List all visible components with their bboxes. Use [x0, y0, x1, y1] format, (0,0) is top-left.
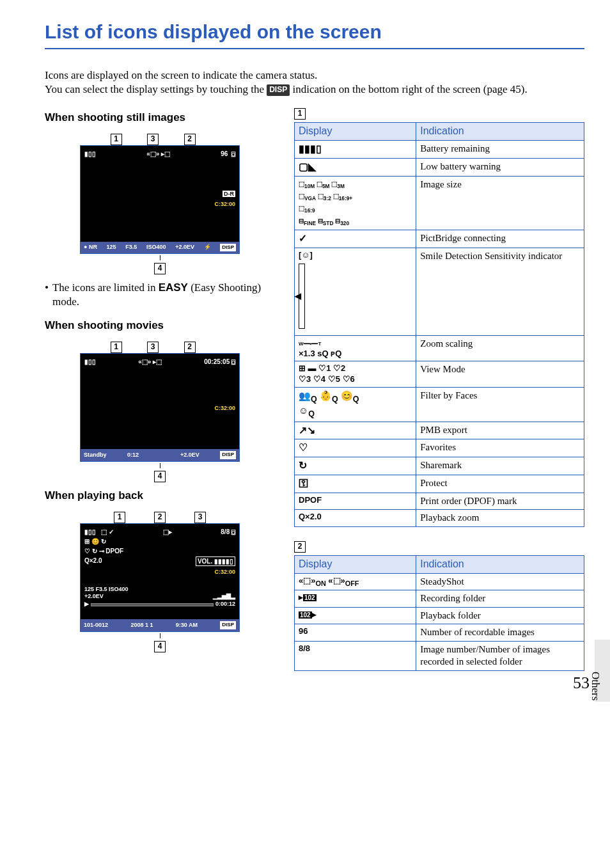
indication: Zoom scaling [416, 335, 584, 361]
bullet: • [45, 281, 49, 295]
view-mode-icons: ⊞ ▬ ♡1 ♡2♡3 ♡4 ♡5 ♡6 [299, 363, 355, 384]
callout-3: 3 [147, 134, 159, 145]
smile-gauge-icon: [☺]◀ [299, 250, 313, 332]
rec-folder-icon: ▸102 [299, 592, 317, 602]
icon-table-2: Display Indication «⬚»ON «⬚»OFFSteadySho… [294, 555, 584, 671]
movie-time: 00:25:05 [204, 358, 230, 365]
battery-icon: ▮▯▯ ⬚ ✓ [84, 528, 114, 536]
indication: Sharemark [416, 457, 584, 475]
standby-label: Standby [84, 452, 107, 459]
indication: Playback zoom [416, 510, 584, 527]
battery-low-icon: ▢◣ [299, 161, 316, 174]
histogram-icon: ▁▂▅▇▂ [213, 593, 235, 601]
volume-label: VOL. ▮▮▮▮▯ [196, 556, 235, 566]
indication: Battery remaining [416, 140, 584, 158]
table-row: ⬚10M ⬚5M ⬚3M⬚VGA ⬚3:2 ⬚16:9+⬚16:9⊟FINE ⊟… [295, 176, 584, 230]
note-a: The icons are limited in [52, 281, 159, 294]
battery-icon: ▮▯▯ [84, 358, 96, 366]
subhead-still: When shooting still images [45, 111, 275, 125]
table-row: ♡Favorites [295, 439, 584, 457]
indication: PMB export [416, 422, 584, 439]
pmb-export-icon: ↗↘ [299, 424, 315, 438]
zoom-scaling-icon: W━━▪━━T×1.3 sQ ᴘQ [299, 338, 341, 358]
table-row: ▸102Recording folder [295, 590, 584, 608]
ev-value: +2.0EV [175, 244, 194, 251]
folder-icon: ▸⬚ [161, 150, 170, 157]
table-row: ⊞ ▬ ♡1 ♡2♡3 ♡4 ♡5 ♡6View Mode [295, 361, 584, 388]
disp-button[interactable]: DISP [220, 244, 236, 251]
dpof-label: DPOF [106, 548, 123, 555]
indication: Filter by Faces [416, 388, 584, 422]
indication: Image number/Number of images recorded i… [416, 641, 584, 670]
callout-2: 2 [154, 512, 166, 523]
aperture: F3.5 [125, 244, 137, 251]
error-code: C:32:00 [84, 569, 235, 576]
th-indication: Indication [416, 123, 584, 141]
intro-line-2: You can select the display settings by t… [45, 83, 584, 97]
steadyshot-icon: «⬚» [146, 150, 159, 157]
time: 9:30 AM [176, 622, 198, 629]
callout-1: 1 [111, 134, 122, 145]
disp-button[interactable]: DISP [220, 451, 236, 459]
sidebar-section-label: Others [588, 672, 602, 700]
page-number: 53 [573, 672, 590, 694]
ev-value: +2.0EV [180, 452, 199, 459]
play-folder-icon: 102▸ [299, 610, 317, 619]
callout-3: 3 [147, 342, 159, 353]
callout-2: 2 [184, 342, 196, 353]
play-zoom: Q×2.0 [84, 556, 102, 566]
callout-1: 1 [114, 512, 125, 523]
shutter-speed: 125 [107, 244, 116, 251]
indication: View Mode [416, 361, 584, 388]
table-row: Q×2.0Playback zoom [295, 510, 584, 527]
note-text: The icons are limited in EASY (Easy Shoo… [52, 281, 275, 309]
section-callout-1: 1 [294, 108, 306, 120]
indication: Low battery warning [416, 158, 584, 176]
th-display: Display [295, 123, 416, 141]
table-row: 96Number of recordable images [295, 624, 584, 642]
callout-4: 4 [154, 641, 166, 652]
indication: PictBridge connecting [416, 230, 584, 248]
duration: 0:00:12 [215, 601, 235, 608]
battery-icon: ▮▯▯ [84, 150, 96, 158]
indication: Favorites [416, 439, 584, 457]
table-row: ↗↘PMB export [295, 422, 584, 439]
th-display: Display [295, 555, 416, 573]
sharemark-icon: ↻ [299, 459, 307, 473]
image-size-icons: ⬚10M ⬚5M ⬚3M⬚VGA ⬚3:2 ⬚16:9+⬚16:9⊟FINE ⊟… [299, 180, 352, 225]
table-row: ▢◣Low battery warning [295, 158, 584, 176]
elapsed: 0:12 [127, 452, 139, 459]
easy-label: EASY [159, 281, 188, 294]
table-row: DPOFPrint order (DPOF) mark [295, 493, 584, 510]
magnifier-icon: Q×2.0 [299, 512, 322, 521]
page-title: List of icons displayed on the screen [45, 19, 584, 49]
play-screen-diagram: 1 2 3 ▮▯▯ ⬚ ✓ ⬚▸ 8/8 ⌼ ⊞ 😊 ↻ ♡ ↻ ⊸ DPOF … [80, 512, 240, 652]
subhead-movie: When shooting movies [45, 319, 275, 333]
callout-4: 4 [154, 263, 166, 274]
icon-table-1: Display Indication ▮▮▮▯Battery remaining… [294, 122, 584, 527]
table-row: ⚿Protect [295, 475, 584, 493]
date: 2008 1 1 [130, 622, 153, 629]
section-callout-2: 2 [294, 541, 306, 553]
error-code: C:32:00 [214, 201, 235, 209]
intro-line-1: Icons are displayed on the screen to ind… [45, 68, 584, 83]
table-row: «⬚»ON «⬚»OFFSteadyShot [295, 573, 584, 590]
exif-line: 125 F3.5 ISO400 [84, 586, 235, 594]
still-screen-diagram: 1 3 2 ▮▯▯ «⬚» ▸⬚ 96 ⌼ D-R [80, 134, 240, 274]
intro-2b: indication on the bottom right of the sc… [292, 83, 527, 95]
th-indication: Indication [416, 555, 584, 573]
error-code: C:32:00 [214, 405, 235, 413]
recordable-count: 96 [299, 626, 308, 636]
indication: Playback folder [416, 607, 584, 624]
nr-icon: NR [89, 244, 97, 250]
disp-button[interactable]: DISP [220, 621, 236, 629]
folder-file: 101-0012 [84, 622, 108, 629]
disp-icon: DISP [267, 84, 290, 96]
shots-remaining: 96 [221, 150, 228, 157]
callout-4: 4 [154, 471, 166, 482]
callout-3: 3 [194, 512, 206, 523]
movie-screen-diagram: 1 3 2 ▮▯▯ «⬚» ▸⬚ 00:25:05 ⌼ C:32:00 Stan… [80, 342, 240, 482]
subhead-play: When playing back [45, 489, 275, 503]
indication: Number of recordable images [416, 624, 584, 642]
d-r-icon: D-R [223, 191, 235, 197]
